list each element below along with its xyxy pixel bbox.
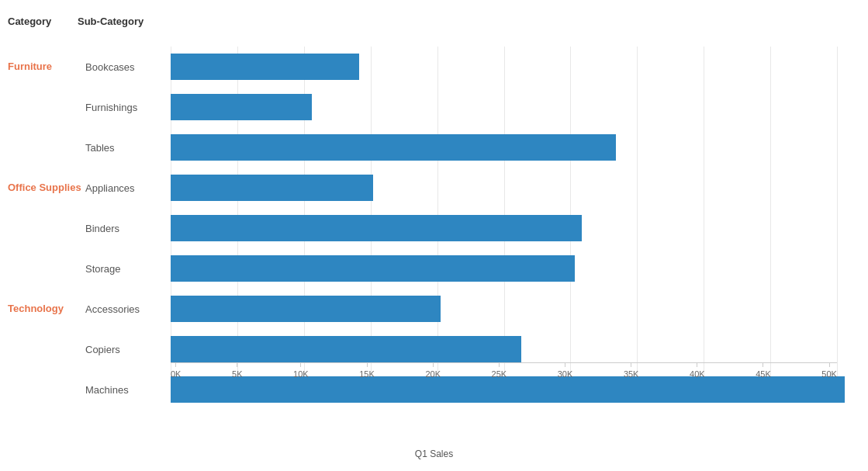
x-tick: 5K	[232, 363, 242, 379]
bar-wrapper	[171, 54, 845, 80]
bar	[171, 336, 521, 362]
x-tick-label: 45K	[756, 369, 771, 379]
x-tick-line	[300, 363, 301, 367]
x-tick-line	[237, 363, 237, 367]
subcategory-label: Appliances	[85, 182, 167, 194]
x-tick-label: 5K	[232, 369, 242, 379]
subcategory-label: Furnishings	[85, 102, 167, 113]
x-tick-line	[631, 363, 631, 367]
bar-wrapper	[171, 296, 845, 322]
bar-wrapper	[171, 134, 845, 161]
x-tick: 45K	[756, 363, 771, 379]
x-tick-label: 30K	[558, 369, 573, 379]
bar	[171, 134, 616, 161]
bar	[171, 215, 582, 241]
x-axis: 0K 5K 10K 15K 20K 25K 30K 35K 40K	[171, 362, 837, 379]
bar-wrapper	[171, 376, 845, 403]
x-tick: 50K	[821, 363, 837, 379]
x-tick: 0K	[171, 363, 181, 379]
subcategory-label: Bookcases	[85, 61, 167, 73]
x-tick-label: 0K	[171, 369, 181, 379]
chart-area: FurnitureBookcasesFurnishingsTablesOffic…	[8, 47, 845, 410]
bar-wrapper	[171, 175, 845, 201]
x-tick-line	[367, 363, 368, 367]
x-tick: 20K	[425, 363, 441, 379]
header-category: Category	[8, 16, 51, 27]
category-label: Office Supplies	[8, 182, 81, 194]
subcategory-label: Binders	[85, 223, 167, 234]
x-tick: 25K	[492, 363, 507, 379]
x-tick-label: 25K	[492, 369, 507, 379]
x-tick: 10K	[293, 363, 309, 379]
bar	[171, 94, 312, 120]
x-tick-label: 15K	[359, 369, 375, 379]
x-tick-label: 35K	[624, 369, 639, 379]
x-tick-label: 50K	[821, 369, 837, 379]
header-subcategory: Sub-Category	[78, 16, 144, 27]
category-label: Furniture	[8, 61, 81, 73]
table-row: Storage	[8, 248, 845, 289]
bar-wrapper	[171, 255, 845, 282]
table-row: Office SuppliesAppliances	[8, 168, 845, 208]
x-tick: 40K	[690, 363, 705, 379]
bar	[171, 255, 575, 282]
x-tick-label: 10K	[293, 369, 309, 379]
bar-wrapper	[171, 94, 845, 120]
table-row: FurnitureBookcases	[8, 47, 845, 87]
x-tick-line	[499, 363, 500, 367]
bar	[171, 296, 441, 322]
subcategory-label: Storage	[85, 263, 167, 275]
subcategory-label: Machines	[85, 384, 167, 396]
x-tick-label: 20K	[425, 369, 441, 379]
table-row: Furnishings	[8, 87, 845, 127]
x-tick: 35K	[624, 363, 639, 379]
x-tick-line	[829, 363, 830, 367]
subcategory-label: Copiers	[85, 344, 167, 355]
x-tick: 30K	[558, 363, 573, 379]
category-label: Technology	[8, 303, 81, 315]
bar-wrapper	[171, 336, 845, 362]
subcategory-label: Tables	[85, 142, 167, 154]
x-tick-line	[175, 363, 176, 367]
x-tick-label: 40K	[690, 369, 705, 379]
table-row: TechnologyAccessories	[8, 289, 845, 329]
bar-wrapper	[171, 215, 845, 241]
table-row: Binders	[8, 208, 845, 248]
x-tick-line	[697, 363, 697, 367]
table-row: Tables	[8, 127, 845, 168]
x-tick-line	[565, 363, 565, 367]
bar	[171, 54, 359, 80]
subcategory-label: Accessories	[85, 303, 167, 315]
x-tick-line	[433, 363, 434, 367]
bar	[171, 175, 373, 201]
x-tick-line	[763, 363, 763, 367]
x-axis-title: Q1 Sales	[415, 448, 453, 459]
chart-container: Category Sub-Category FurnitureBookcases…	[0, 0, 868, 471]
bar	[171, 376, 845, 403]
x-tick: 15K	[359, 363, 375, 379]
